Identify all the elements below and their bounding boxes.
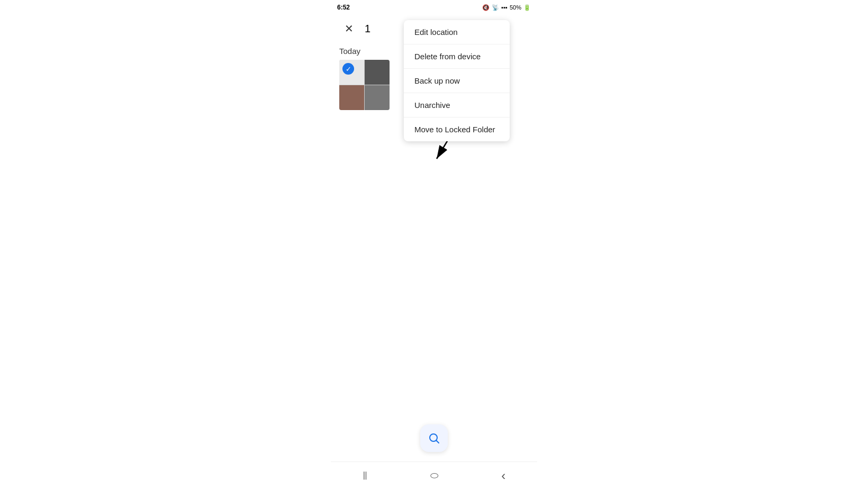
svg-line-3 (437, 441, 439, 443)
signal-icon: ▪▪▪ (501, 4, 508, 11)
zoom-fab-button[interactable] (420, 424, 448, 452)
search-image-icon (428, 432, 440, 445)
selected-count: 1 (365, 23, 370, 35)
home-button[interactable]: ⬭ (430, 470, 438, 481)
menu-item-unarchive[interactable]: Unarchive (404, 93, 510, 117)
close-icon: ✕ (345, 22, 354, 35)
battery-icon: 🔋 (523, 4, 531, 11)
menu-item-edit-location[interactable]: Edit location (404, 20, 510, 44)
photo-cell-2 (365, 60, 390, 85)
photo-cell-3 (339, 85, 364, 110)
menu-item-delete-from-device[interactable]: Delete from device (404, 44, 510, 69)
recent-apps-button[interactable]: ⦀ (363, 469, 367, 483)
mute-icon: 🔇 (482, 4, 490, 11)
menu-item-back-up-now[interactable]: Back up now (404, 69, 510, 93)
phone-screen: 6:52 🔇 📡 ▪▪▪ 50% 🔋 ✕ 1 Today ✓ Edit loca… (331, 0, 537, 489)
menu-item-move-to-locked-folder[interactable]: Move to Locked Folder (404, 117, 510, 141)
status-bar: 6:52 🔇 📡 ▪▪▪ 50% 🔋 (331, 0, 537, 15)
selection-checkmark: ✓ (342, 63, 354, 75)
wifi-icon: 📡 (492, 4, 499, 11)
status-right-icons: 🔇 📡 ▪▪▪ 50% 🔋 (482, 4, 531, 11)
bottom-nav: ⦀ ⬭ ‹ (331, 461, 537, 489)
close-button[interactable]: ✕ (339, 19, 358, 38)
status-time: 6:52 (337, 4, 350, 11)
battery-percent: 50% (510, 4, 521, 11)
photo-thumbnail[interactable]: ✓ (339, 60, 390, 110)
context-menu: Edit location Delete from device Back up… (404, 20, 510, 141)
back-button[interactable]: ‹ (501, 468, 505, 483)
photo-cell-4 (365, 85, 390, 110)
